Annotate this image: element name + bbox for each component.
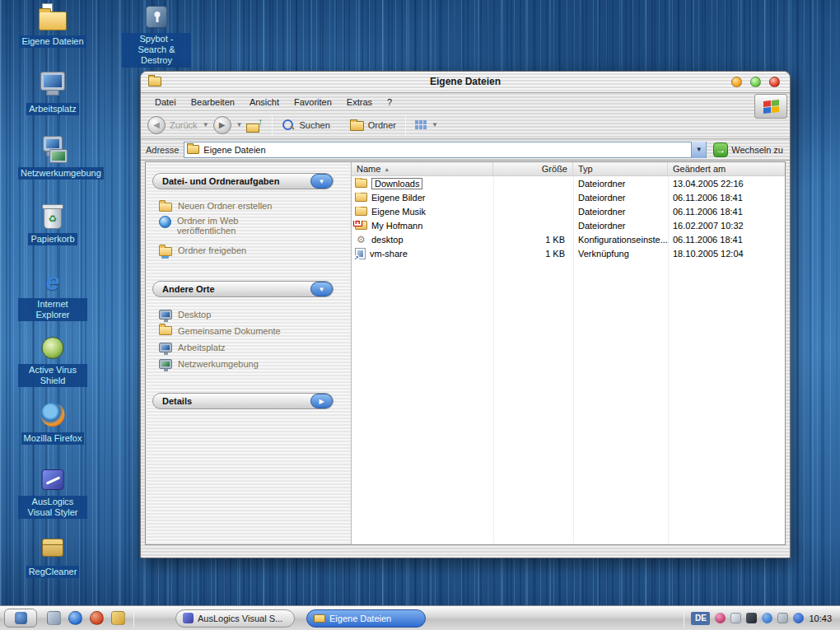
column-label: Typ (578, 164, 593, 174)
desktop-icon-papierkorb[interactable]: Papierkorb (18, 201, 87, 245)
place-desktop[interactable]: Desktop (159, 309, 340, 320)
title-bar[interactable]: Eigene Dateien (141, 72, 790, 93)
desktop-icon-arbeitsplatz[interactable]: Arbeitsplatz (18, 71, 87, 115)
desktop-icon-internet-explorer[interactable]: e Internet Explorer (18, 268, 87, 321)
desktop-icon-regcleaner[interactable]: RegCleaner (18, 534, 87, 578)
firefox-quicklaunch-icon[interactable] (90, 611, 104, 625)
menu-favoriten[interactable]: Favoriten (287, 96, 339, 109)
column-header-name[interactable]: Name ▲ (352, 162, 493, 175)
config-file-icon: ⚙ (355, 234, 367, 245)
place-arbeitsplatz[interactable]: Arbeitsplatz (159, 342, 340, 352)
search-icon[interactable] (282, 119, 295, 132)
place-gemeinsame-dokumente[interactable]: Gemeinsame Dokumente (159, 325, 340, 336)
chevron-down-icon[interactable]: ▼ (310, 282, 333, 296)
column-header-type[interactable]: Typ (573, 162, 668, 175)
details-header[interactable]: Details ▶ (152, 393, 334, 409)
maximize-button[interactable] (750, 77, 761, 87)
tray-icon-2[interactable] (730, 613, 741, 623)
folder-icon (355, 207, 367, 216)
taskbar-button-eigene-dateien[interactable]: Eigene Dateien (306, 609, 426, 628)
clock[interactable]: 10:43 (809, 614, 832, 623)
folders-button-label[interactable]: Ordner (368, 120, 396, 130)
chevron-down-icon[interactable]: ▼ (310, 174, 333, 189)
menu-bar: Datei Bearbeiten Ansicht Favoriten Extra… (141, 93, 790, 111)
task-new-folder[interactable]: Neuen Ordner erstellen (159, 200, 340, 212)
windows-logo (754, 94, 787, 119)
forward-dropdown-icon[interactable]: ▼ (236, 121, 243, 128)
desktop-icon-label: AusLogics Visual Styler (18, 496, 87, 519)
views-icon[interactable] (415, 120, 427, 129)
tray-icon-3[interactable] (746, 613, 757, 623)
file-type: Konfigurationseinste... (573, 235, 668, 245)
file-row-eigene-bilder[interactable]: Eigene Bilder Dateiordner 06.11.2006 18:… (352, 190, 785, 204)
search-button-label[interactable]: Suchen (299, 120, 329, 130)
menu-bearbeiten[interactable]: Bearbeiten (184, 96, 242, 109)
desktop-icon-active-virus-shield[interactable]: Active Virus Shield (18, 334, 87, 387)
file-size: 1 KB (493, 235, 573, 245)
menu-extras[interactable]: Extras (339, 96, 380, 109)
menu-ansicht[interactable]: Ansicht (242, 96, 287, 109)
tray-icon-1[interactable] (715, 613, 726, 623)
column-label: Größe (542, 164, 567, 174)
share-folder-icon (159, 247, 172, 256)
language-indicator[interactable]: DE (691, 612, 710, 625)
address-input[interactable]: Eigene Dateien ▼ (184, 142, 707, 158)
desktop-icon-netzwerkumgebung[interactable]: Netzwerkumgebung (18, 135, 87, 180)
internet-explorer-quicklaunch-icon[interactable] (68, 611, 82, 625)
file-row-desktop[interactable]: ⚙ desktop 1 KB Konfigurationseinste... 0… (352, 232, 785, 246)
task-label: Neuen Ordner erstellen (178, 200, 272, 211)
file-list: Name ▲ Größe Typ Geändert am (352, 162, 785, 544)
file-name: vm-share (370, 249, 408, 259)
desktop-icon-mozilla-firefox[interactable]: Mozilla Firefox (18, 400, 87, 445)
shared-documents-icon (159, 326, 172, 335)
desktop-icon-eigene-dateien[interactable]: Eigene Dateien (18, 3, 87, 48)
column-header-modified[interactable]: Geändert am (668, 162, 785, 175)
menu-hilfe[interactable]: ? (380, 96, 399, 109)
file-name: Downloads (371, 178, 422, 189)
go-button[interactable]: → Wechseln zu (712, 142, 785, 157)
show-desktop-icon[interactable] (47, 611, 61, 625)
system-tray: DE 10:43 (682, 609, 840, 628)
task-publish-web[interactable]: Ordner im Web veröffentlichen (159, 215, 340, 236)
back-button-label: Zurück (170, 120, 198, 130)
file-row-vm-share[interactable]: vm-share 1 KB Verknüpfung 18.10.2005 12:… (352, 246, 785, 260)
address-value: Eigene Dateien (203, 145, 265, 155)
back-dropdown-icon[interactable]: ▼ (203, 121, 209, 128)
desktop-icon-label: Mozilla Firefox (21, 432, 85, 445)
quicklaunch-app-icon[interactable] (111, 611, 125, 625)
views-dropdown-icon[interactable]: ▼ (432, 121, 438, 128)
folders-icon[interactable] (350, 121, 364, 131)
task-pane: Datei- und Ordneraufgaben ▼ Neuen Ordner… (146, 162, 352, 544)
file-row-my-hofmann[interactable]: H My Hofmann Dateiordner 16.02.2007 10:3… (352, 218, 785, 232)
chevron-right-icon[interactable]: ▶ (310, 394, 333, 408)
column-header-size[interactable]: Größe (493, 162, 573, 175)
start-button[interactable] (4, 609, 37, 628)
file-row-downloads[interactable]: Downloads Dateiordner 13.04.2005 22:16 (352, 176, 785, 190)
tray-icon-4[interactable] (762, 613, 772, 623)
minimize-button[interactable] (731, 77, 742, 87)
file-row-eigene-musik[interactable]: Eigene Musik Dateiordner 06.11.2006 18:4… (352, 204, 785, 218)
up-button[interactable]: ↑ (246, 118, 263, 133)
desktop-icon-spybot[interactable]: Spybot - Search & Destroy (122, 3, 191, 68)
file-tasks-header[interactable]: Datei- und Ordneraufgaben ▼ (152, 173, 334, 189)
folder-icon (314, 614, 325, 623)
task-share-folder[interactable]: Ordner freigeben (159, 245, 340, 256)
desktop: Eigene Dateien Spybot - Search & Destroy… (0, 0, 840, 630)
desktop-icon-auslogics-visual-styler[interactable]: AusLogics Visual Styler (18, 466, 87, 519)
forward-button[interactable]: ▶ (213, 116, 231, 134)
other-places-header[interactable]: Andere Orte ▼ (152, 281, 334, 297)
place-netzwerkumgebung[interactable]: Netzwerkumgebung (159, 358, 340, 369)
explorer-window: Eigene Dateien Datei Bearbeiten Ansicht … (140, 71, 791, 558)
menu-datei[interactable]: Datei (147, 96, 184, 109)
address-dropdown-button[interactable]: ▼ (691, 142, 706, 158)
place-label: Arbeitsplatz (178, 342, 225, 352)
back-button[interactable]: ◀ (147, 116, 166, 134)
close-button[interactable] (769, 77, 780, 87)
taskbar-button-auslogics[interactable]: AusLogics Visual S... (175, 609, 295, 628)
desktop-place-icon (159, 310, 172, 320)
window-controls (731, 77, 780, 87)
tray-icon-5[interactable] (777, 613, 788, 623)
network-icon (36, 135, 69, 163)
tray-icon-6[interactable] (793, 613, 804, 623)
taskbar: AusLogics Visual S... Eigene Dateien DE … (0, 605, 840, 630)
